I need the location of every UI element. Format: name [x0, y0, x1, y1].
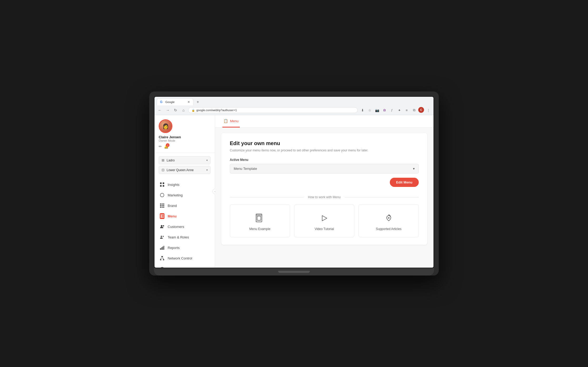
how-to-supported-articles[interactable]: Supported Articles: [358, 204, 419, 237]
menu-label: Menu: [168, 214, 177, 218]
divider-left: [230, 197, 304, 197]
content-body: Edit your own menu Customize your menu i…: [215, 128, 433, 250]
menu-icon-box: [160, 213, 165, 219]
notification-badge: 2: [166, 143, 170, 147]
insights-icon: [160, 182, 165, 187]
brand-label: Brand: [168, 204, 177, 208]
more-options-icon[interactable]: ⋮: [425, 107, 431, 113]
ext3-icon[interactable]: ✦: [396, 107, 402, 113]
main-card: Edit your own menu Customize your menu i…: [221, 133, 427, 245]
camera-icon[interactable]: 📷: [374, 107, 380, 113]
sidebar-item-insights[interactable]: Insights: [155, 179, 215, 190]
svg-rect-5: [160, 203, 161, 205]
how-to-video-tutorial[interactable]: Video Tutorial: [294, 204, 355, 237]
sidebar-item-brand[interactable]: Brand: [155, 200, 215, 211]
primary-store-left: ⊞ Ladro: [162, 158, 175, 162]
how-to-menu-example[interactable]: Menu Example: [230, 204, 290, 237]
customers-label: Customers: [168, 225, 184, 229]
svg-point-18: [161, 225, 162, 227]
menu-dropdown-value: Menu Template: [234, 167, 257, 171]
svg-rect-13: [163, 207, 164, 208]
brand-icon: [160, 203, 165, 208]
browser-tabs: G Google ✕ +: [155, 97, 433, 105]
svg-point-4: [160, 193, 164, 197]
sidebar-item-customers[interactable]: Customers: [155, 221, 215, 232]
user-name: Claire Jensen: [159, 135, 211, 139]
svg-point-19: [163, 225, 164, 227]
refresh-button[interactable]: ↻: [172, 107, 179, 113]
menu-example-label: Menu Example: [249, 227, 270, 231]
svg-rect-7: [163, 203, 164, 205]
secondary-store-left: ⊡ Lower Queen Anne: [162, 168, 194, 172]
edit-menu-button[interactable]: Edit Menu: [390, 178, 419, 187]
svg-point-21: [163, 236, 164, 237]
video-tutorial-icon: [319, 213, 330, 223]
forward-button[interactable]: →: [165, 107, 171, 113]
svg-rect-23: [161, 247, 162, 250]
how-to-title: How to work with Menu: [308, 195, 341, 199]
network-control-icon: [160, 256, 165, 261]
menu-example-icon: [255, 213, 265, 223]
tab-close-button[interactable]: ✕: [187, 100, 190, 104]
settings-icon: [160, 266, 165, 268]
video-tutorial-label: Video Tutorial: [315, 227, 334, 231]
secondary-store-icon: ⊡: [162, 168, 165, 172]
sidebar-item-network-control[interactable]: Network Control: [155, 253, 215, 263]
browser-toolbar: ← → ↻ ⌂ 🔒 google.com/webhp?authuser=1 ⬇ …: [155, 105, 433, 115]
ext4-icon[interactable]: ≡: [403, 107, 410, 113]
tab-title: Google: [165, 100, 175, 104]
svg-rect-32: [257, 216, 261, 220]
dropdown-chevron-icon: ▾: [413, 167, 415, 171]
customers-icon: [160, 224, 165, 229]
user-actions: ✏ 🔔 2: [159, 144, 211, 149]
split-view-icon[interactable]: ⧉: [411, 107, 417, 113]
sidebar-item-menu[interactable]: Menu: [155, 211, 215, 221]
sidebar-item-team-roles[interactable]: Team & Roles: [155, 232, 215, 242]
user-avatar: 👩: [159, 119, 172, 133]
secondary-store-chevron-icon: ▾: [206, 169, 208, 171]
avatar-image: 👩: [160, 120, 172, 132]
address-bar[interactable]: 🔒 google.com/webhp?authuser=1: [188, 107, 358, 113]
nav-items: Insights Marketing: [155, 177, 215, 268]
sidebar-item-reports[interactable]: Reports: [155, 242, 215, 253]
home-button[interactable]: ⌂: [180, 107, 187, 113]
sidebar-item-settings[interactable]: Settings: [155, 263, 215, 268]
menu-dropdown[interactable]: Menu Template ▾: [230, 164, 419, 174]
how-to-grid: Menu Example Video Tutorial: [230, 204, 419, 237]
svg-rect-12: [162, 207, 163, 208]
user-section: 👩 Claire Jensen Owner Mode ✏ 🔔 2: [155, 119, 215, 153]
edit-profile-button[interactable]: ✏: [159, 144, 162, 149]
reports-label: Reports: [168, 246, 180, 250]
secondary-store-selector[interactable]: ⊡ Lower Queen Anne ▾: [159, 166, 211, 174]
main-content: 📋 Menu Edit your own menu Customize your…: [215, 115, 433, 268]
svg-point-20: [161, 236, 162, 237]
ext2-icon[interactable]: ƒ: [389, 107, 395, 113]
ext1-icon[interactable]: Ω: [381, 107, 388, 113]
svg-rect-9: [162, 205, 163, 206]
bookmark-icon[interactable]: ☆: [367, 107, 373, 113]
svg-rect-0: [160, 182, 162, 184]
svg-rect-10: [163, 205, 164, 206]
new-tab-button[interactable]: +: [195, 99, 201, 105]
google-favicon: G: [160, 100, 164, 104]
store-selectors: ⊞ Ladro ▾ ⊡ Lower Queen Anne ▾: [155, 153, 215, 177]
primary-store-selector[interactable]: ⊞ Ladro ▾: [159, 156, 211, 164]
svg-rect-25: [164, 246, 165, 250]
browser-tab-google[interactable]: G Google ✕: [157, 98, 193, 105]
active-menu-label: Active Menu: [230, 158, 419, 162]
toolbar-icons: ⬇ ☆ 📷 Ω ƒ ✦ ≡ ⧉ C ⋮: [359, 107, 431, 113]
team-roles-icon: [160, 235, 165, 239]
sidebar-item-marketing[interactable]: Marketing: [155, 190, 215, 200]
primary-store-chevron-icon: ▾: [206, 159, 208, 162]
save-page-icon[interactable]: ⬇: [359, 107, 366, 113]
svg-rect-27: [160, 259, 161, 260]
notifications-button[interactable]: 🔔 2: [164, 144, 168, 149]
svg-rect-16: [160, 217, 164, 218]
menu-tab[interactable]: 📋 Menu: [222, 115, 240, 128]
svg-rect-8: [160, 205, 161, 206]
profile-avatar[interactable]: C: [418, 107, 424, 113]
back-button[interactable]: ←: [157, 107, 163, 113]
marketing-label: Marketing: [168, 193, 183, 197]
network-control-label: Network Control: [168, 256, 192, 260]
secondary-store-name: Lower Queen Anne: [167, 168, 194, 172]
